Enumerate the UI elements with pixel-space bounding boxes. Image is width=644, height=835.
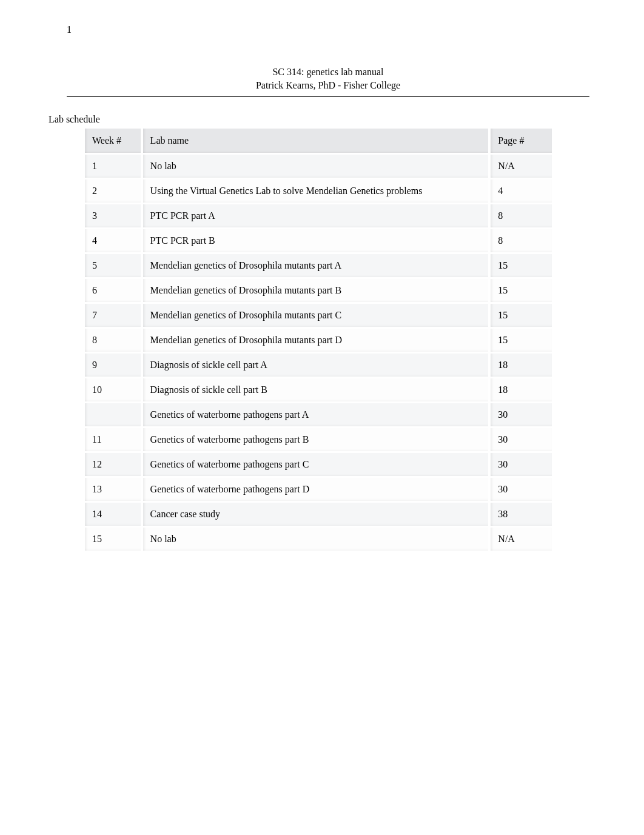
cell-page: 38 [491, 501, 552, 526]
cell-week: 12 [85, 451, 143, 476]
cell-page: 30 [491, 426, 552, 451]
cell-lab: PTC PCR part B [143, 227, 491, 252]
document-header: SC 314: genetics lab manual Patrick Kear… [67, 65, 589, 93]
table-row: 2 Using the Virtual Genetics Lab to solv… [85, 178, 552, 203]
cell-week: 1 [85, 153, 143, 178]
cell-lab: Using the Virtual Genetics Lab to solve … [143, 178, 491, 203]
table-row: 13 Genetics of waterborne pathogens part… [85, 476, 552, 501]
table-row: 1 No lab N/A [85, 153, 552, 178]
cell-page: 18 [491, 377, 552, 401]
table-row: 3 PTC PCR part A 8 [85, 203, 552, 227]
table-row: 4 PTC PCR part B 8 [85, 227, 552, 252]
cell-page: 15 [491, 277, 552, 302]
cell-lab: Mendelian genetics of Drosophila mutants… [143, 252, 491, 277]
table-row: 5 Mendelian genetics of Drosophila mutan… [85, 252, 552, 277]
course-title: SC 314: genetics lab manual [67, 65, 589, 79]
col-header-page: Page # [491, 129, 552, 153]
cell-page: 18 [491, 352, 552, 377]
cell-page: 15 [491, 302, 552, 327]
col-header-labname: Lab name [143, 129, 491, 153]
cell-week: 3 [85, 203, 143, 227]
page-number: 1 [67, 24, 589, 35]
cell-page: 8 [491, 227, 552, 252]
cell-week: 7 [85, 302, 143, 327]
cell-week: 9 [85, 352, 143, 377]
table-row: 12 Genetics of waterborne pathogens part… [85, 451, 552, 476]
cell-week [85, 401, 143, 426]
table-row: 11 Genetics of waterborne pathogens part… [85, 426, 552, 451]
table-row: 6 Mendelian genetics of Drosophila mutan… [85, 277, 552, 302]
table-row: Genetics of waterborne pathogens part A … [85, 401, 552, 426]
cell-week: 4 [85, 227, 143, 252]
cell-page: 30 [491, 476, 552, 501]
cell-week: 14 [85, 501, 143, 526]
cell-week: 2 [85, 178, 143, 203]
cell-page: 15 [491, 252, 552, 277]
cell-lab: Mendelian genetics of Drosophila mutants… [143, 277, 491, 302]
cell-page: N/A [491, 526, 552, 551]
cell-lab: Genetics of waterborne pathogens part D [143, 476, 491, 501]
lab-schedule-table: Week # Lab name Page # 1 No lab N/A 2 Us… [85, 129, 552, 551]
table-row: 8 Mendelian genetics of Drosophila mutan… [85, 327, 552, 352]
col-header-week: Week # [85, 129, 143, 153]
cell-page: 30 [491, 451, 552, 476]
cell-lab: Genetics of waterborne pathogens part C [143, 451, 491, 476]
cell-week: 8 [85, 327, 143, 352]
cell-lab: Genetics of waterborne pathogens part B [143, 426, 491, 451]
cell-week: 11 [85, 426, 143, 451]
section-title-lab-schedule: Lab schedule [49, 114, 589, 125]
cell-lab: Cancer case study [143, 501, 491, 526]
header-divider [67, 96, 589, 97]
table-header-row: Week # Lab name Page # [85, 129, 552, 153]
table-row: 14 Cancer case study 38 [85, 501, 552, 526]
cell-week: 13 [85, 476, 143, 501]
cell-page: 8 [491, 203, 552, 227]
cell-page: N/A [491, 153, 552, 178]
cell-lab: Genetics of waterborne pathogens part A [143, 401, 491, 426]
cell-page: 30 [491, 401, 552, 426]
cell-page: 4 [491, 178, 552, 203]
cell-page: 15 [491, 327, 552, 352]
cell-week: 6 [85, 277, 143, 302]
table-row: 10 Diagnosis of sickle cell part B 18 [85, 377, 552, 401]
cell-lab: PTC PCR part A [143, 203, 491, 227]
cell-lab: Mendelian genetics of Drosophila mutants… [143, 327, 491, 352]
table-row: 9 Diagnosis of sickle cell part A 18 [85, 352, 552, 377]
cell-lab: Diagnosis of sickle cell part B [143, 377, 491, 401]
table-row: 7 Mendelian genetics of Drosophila mutan… [85, 302, 552, 327]
cell-lab: Mendelian genetics of Drosophila mutants… [143, 302, 491, 327]
cell-week: 15 [85, 526, 143, 551]
author-line: Patrick Kearns, PhD - Fisher College [67, 79, 589, 92]
table-row: 15 No lab N/A [85, 526, 552, 551]
cell-lab: No lab [143, 153, 491, 178]
cell-lab: No lab [143, 526, 491, 551]
cell-week: 5 [85, 252, 143, 277]
cell-week: 10 [85, 377, 143, 401]
cell-lab: Diagnosis of sickle cell part A [143, 352, 491, 377]
